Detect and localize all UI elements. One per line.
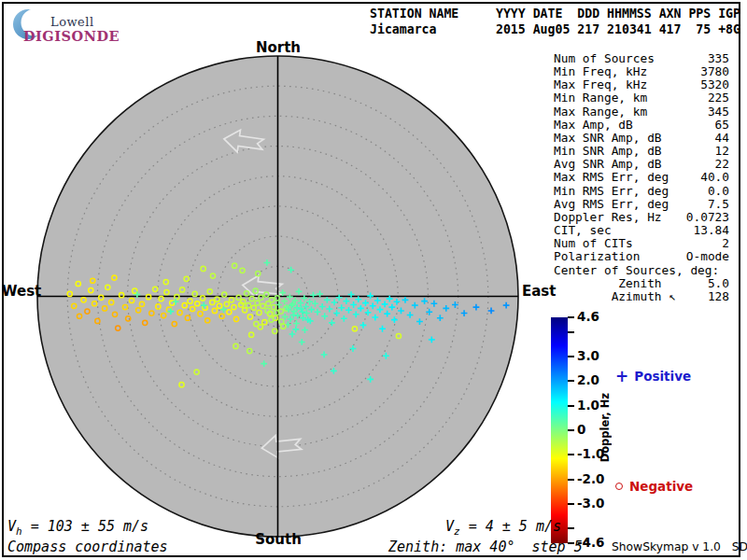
compass-label-east: East xyxy=(522,283,578,300)
info-row-label: Avg SNR Amp, dB xyxy=(554,158,662,171)
info-row: PolarizationO-mode xyxy=(554,250,729,263)
info-panel: Num of Sources335Min Freq, kHz3780Max Fr… xyxy=(554,52,729,303)
colorbar-tick xyxy=(568,380,574,382)
colorbar-tick xyxy=(568,479,574,481)
info-row-value: 13.84 xyxy=(693,224,729,237)
colorbar-tick xyxy=(568,527,574,529)
info-row-value: 5320 xyxy=(700,78,729,91)
colorbar-tick-label: 1.0 xyxy=(577,398,599,413)
info-row-value: 40.0 xyxy=(700,171,729,184)
info-row-value: 345 xyxy=(708,105,729,119)
info-row-label: Avg RMS Err, deg xyxy=(554,198,669,211)
info-row: Max RMS Err, deg40.0 xyxy=(554,171,729,184)
info-row-value: 44 xyxy=(715,132,729,145)
info-row: Max Freq, kHz5320 xyxy=(554,78,729,91)
info-row-value: 7.5 xyxy=(708,198,729,211)
info-row: Num of Sources335 xyxy=(554,52,729,65)
legend-positive-label: Positive xyxy=(634,369,691,384)
colorbar-tick-label: 3.0 xyxy=(577,348,599,363)
digisonde-logo: Lowell DIGISONDE xyxy=(9,7,121,44)
info-row: Min Range, km225 xyxy=(554,91,729,105)
colorbar-tick-label: -3.0 xyxy=(577,496,605,511)
colorbar-tick xyxy=(568,316,574,318)
colorbar-title: Doppler, Hz xyxy=(599,393,612,462)
info-row: Max SNR Amp, dB44 xyxy=(554,132,729,145)
info-row-label: Min SNR Amp, dB xyxy=(554,145,662,158)
info-row: Center of Sources, deg: xyxy=(554,264,729,277)
colorbar-tick xyxy=(568,429,574,431)
colorbar-tick-label: -2.0 xyxy=(577,471,605,486)
vertical-velocity-text: Vz = 4 ± 5 m/s xyxy=(445,518,561,538)
info-row-label: Min Freq, kHz xyxy=(554,65,647,78)
info-row-label: Max SNR Amp, dB xyxy=(554,132,662,145)
colorbar-tick xyxy=(568,356,574,357)
info-row-label: Min RMS Err, deg xyxy=(554,185,669,198)
station-header: STATION NAME YYYY DATE DDD HHMMSS AXN PP… xyxy=(370,6,740,37)
info-row-value: 225 xyxy=(708,91,729,105)
logo-brand-top: Lowell xyxy=(50,15,94,29)
zenith-range-text: Zenith: max 40° step 5° xyxy=(388,539,591,555)
info-row-value: 2 xyxy=(722,237,729,250)
station-header-columns: STATION NAME YYYY DATE DDD HHMMSS AXN PP… xyxy=(370,7,740,21)
colorbar-tick-label: 2.0 xyxy=(577,372,599,387)
info-row-value: 0.0 xyxy=(708,185,729,198)
colorbar-tick-label: 4.6 xyxy=(577,309,599,324)
info-row: Max Amp, dB65 xyxy=(554,119,729,132)
colorbar-tick xyxy=(568,503,574,505)
colorbar-tick xyxy=(568,331,574,333)
info-row: Doppler Res, Hz0.0723 xyxy=(554,211,729,224)
info-row-value: 3780 xyxy=(700,65,729,78)
info-row: Min RMS Err, deg0.0 xyxy=(554,185,729,198)
colorbar-tick-label: 0 xyxy=(577,422,585,437)
info-row-label: Doppler Res, Hz xyxy=(554,211,662,224)
station-header-values: Jicamarca 2015 Aug05 217 210341 417 75 +… xyxy=(370,22,740,36)
info-row-label: Max Amp, dB xyxy=(554,119,633,132)
plus-symbol-icon: + xyxy=(615,367,628,385)
info-row-value: 5.0 xyxy=(708,277,729,290)
software-version-text: ShowSkymap v 1.0 SD v 4.2 xyxy=(612,540,747,553)
info-row-value: 22 xyxy=(715,158,729,171)
info-row-value: 128 xyxy=(708,290,729,303)
colorbar-tick xyxy=(568,454,574,455)
legend-negative: Negative xyxy=(615,479,693,494)
info-row-label: Center of Sources, deg: xyxy=(554,264,719,277)
info-row: Min Freq, kHz3780 xyxy=(554,65,729,78)
horizontal-velocity-text: Vh = 103 ± 55 m/s xyxy=(7,518,148,538)
info-row: Num of CITs2 xyxy=(554,237,729,250)
info-row-label: Max Freq, kHz xyxy=(554,78,647,91)
compass-label-south: South xyxy=(231,531,326,548)
legend-negative-label: Negative xyxy=(629,479,693,494)
info-row-label: CIT, sec xyxy=(554,224,612,237)
legend-positive: +Positive xyxy=(615,367,691,385)
info-row-value: 65 xyxy=(715,119,729,132)
info-row-value: 12 xyxy=(715,145,729,158)
compass-label-west: West xyxy=(2,283,36,300)
info-row-value: O-mode xyxy=(686,250,729,263)
colorbar-tick xyxy=(568,405,574,407)
info-row-value: 0.0723 xyxy=(686,211,729,224)
compass-label-north: North xyxy=(231,39,326,56)
info-row-label: Polarization xyxy=(554,250,640,263)
info-row: CIT, sec13.84 xyxy=(554,224,729,237)
info-row: Avg SNR Amp, dB22 xyxy=(554,158,729,171)
info-row: Avg RMS Err, deg7.5 xyxy=(554,198,729,211)
info-row-label: Max Range, km xyxy=(554,105,647,119)
logo-brand-bottom: DIGISONDE xyxy=(23,28,120,44)
info-row-label: Min Range, km xyxy=(554,91,647,105)
info-row: Zenith5.0 xyxy=(554,277,729,290)
coordinates-mode-text: Compass coordinates xyxy=(7,539,168,555)
circle-symbol-icon xyxy=(615,483,623,490)
info-row-label: Max RMS Err, deg xyxy=(554,171,669,184)
colorbar-gradient xyxy=(551,317,568,543)
info-row: Max Range, km345 xyxy=(554,105,729,119)
info-row: Azimuth ↖128 xyxy=(554,290,729,303)
info-row-label: Num of Sources xyxy=(554,52,655,65)
info-row-value: 335 xyxy=(708,52,729,65)
info-row: Min SNR Amp, dB12 xyxy=(554,145,729,158)
info-row-label: Num of CITs xyxy=(554,237,633,250)
